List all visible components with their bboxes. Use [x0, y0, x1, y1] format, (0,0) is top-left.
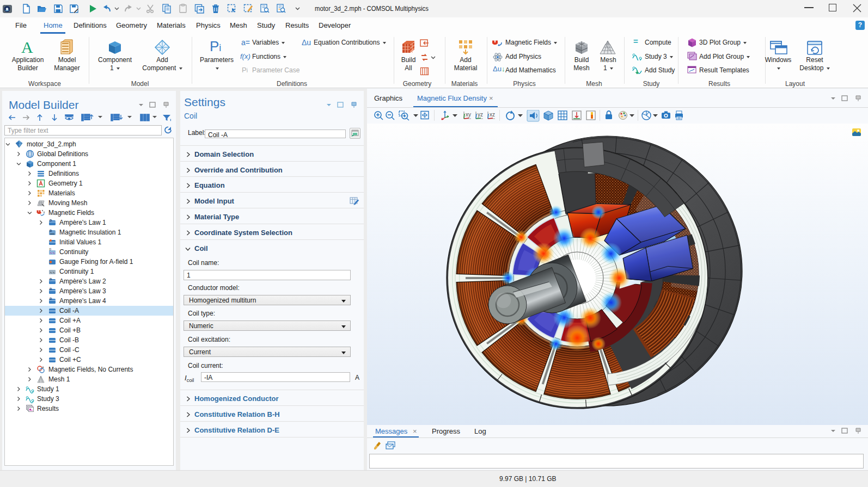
svg-text:D: D [50, 297, 52, 300]
svg-text:yz: yz [478, 112, 483, 118]
svg-text:xy: xy [466, 112, 471, 118]
svg-text:xz: xz [490, 112, 495, 118]
svg-text:D: D [50, 248, 52, 251]
svg-text:D: D [50, 287, 52, 291]
svg-text:D: D [50, 229, 52, 232]
svg-text:D: D [50, 219, 52, 222]
svg-text:D: D [50, 278, 52, 281]
